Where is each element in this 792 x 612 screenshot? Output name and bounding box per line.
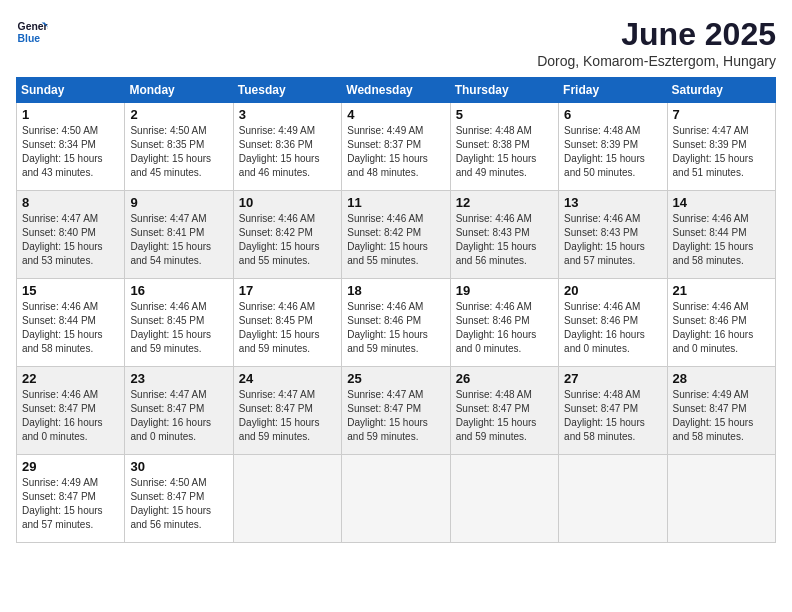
day-number: 1 — [22, 107, 119, 122]
day-number: 29 — [22, 459, 119, 474]
calendar-cell — [450, 455, 558, 543]
cell-text: Sunrise: 4:47 AM Sunset: 8:47 PM Dayligh… — [239, 388, 336, 444]
calendar-cell: 20Sunrise: 4:46 AM Sunset: 8:46 PM Dayli… — [559, 279, 667, 367]
cell-text: Sunrise: 4:48 AM Sunset: 8:47 PM Dayligh… — [456, 388, 553, 444]
calendar-cell: 11Sunrise: 4:46 AM Sunset: 8:42 PM Dayli… — [342, 191, 450, 279]
cell-text: Sunrise: 4:47 AM Sunset: 8:47 PM Dayligh… — [130, 388, 227, 444]
title-area: June 2025 Dorog, Komarom-Esztergom, Hung… — [537, 16, 776, 69]
cell-text: Sunrise: 4:46 AM Sunset: 8:44 PM Dayligh… — [22, 300, 119, 356]
day-number: 16 — [130, 283, 227, 298]
calendar-cell: 7Sunrise: 4:47 AM Sunset: 8:39 PM Daylig… — [667, 103, 775, 191]
logo-icon: General Blue — [16, 16, 48, 48]
col-sunday: Sunday — [17, 78, 125, 103]
day-number: 10 — [239, 195, 336, 210]
cell-text: Sunrise: 4:46 AM Sunset: 8:45 PM Dayligh… — [130, 300, 227, 356]
cell-text: Sunrise: 4:47 AM Sunset: 8:41 PM Dayligh… — [130, 212, 227, 268]
week-row-5: 29Sunrise: 4:49 AM Sunset: 8:47 PM Dayli… — [17, 455, 776, 543]
col-friday: Friday — [559, 78, 667, 103]
calendar-cell: 21Sunrise: 4:46 AM Sunset: 8:46 PM Dayli… — [667, 279, 775, 367]
calendar-title: June 2025 — [537, 16, 776, 53]
cell-text: Sunrise: 4:50 AM Sunset: 8:34 PM Dayligh… — [22, 124, 119, 180]
week-row-1: 1Sunrise: 4:50 AM Sunset: 8:34 PM Daylig… — [17, 103, 776, 191]
day-number: 23 — [130, 371, 227, 386]
calendar-cell: 6Sunrise: 4:48 AM Sunset: 8:39 PM Daylig… — [559, 103, 667, 191]
calendar-cell: 16Sunrise: 4:46 AM Sunset: 8:45 PM Dayli… — [125, 279, 233, 367]
week-row-4: 22Sunrise: 4:46 AM Sunset: 8:47 PM Dayli… — [17, 367, 776, 455]
cell-text: Sunrise: 4:50 AM Sunset: 8:47 PM Dayligh… — [130, 476, 227, 532]
calendar-cell: 13Sunrise: 4:46 AM Sunset: 8:43 PM Dayli… — [559, 191, 667, 279]
day-number: 5 — [456, 107, 553, 122]
day-number: 30 — [130, 459, 227, 474]
day-number: 25 — [347, 371, 444, 386]
cell-text: Sunrise: 4:46 AM Sunset: 8:47 PM Dayligh… — [22, 388, 119, 444]
day-number: 26 — [456, 371, 553, 386]
cell-text: Sunrise: 4:49 AM Sunset: 8:47 PM Dayligh… — [22, 476, 119, 532]
day-number: 21 — [673, 283, 770, 298]
calendar-cell: 12Sunrise: 4:46 AM Sunset: 8:43 PM Dayli… — [450, 191, 558, 279]
col-thursday: Thursday — [450, 78, 558, 103]
day-number: 17 — [239, 283, 336, 298]
calendar-cell: 8Sunrise: 4:47 AM Sunset: 8:40 PM Daylig… — [17, 191, 125, 279]
page-header: General Blue June 2025 Dorog, Komarom-Es… — [16, 16, 776, 69]
calendar-cell: 26Sunrise: 4:48 AM Sunset: 8:47 PM Dayli… — [450, 367, 558, 455]
day-number: 9 — [130, 195, 227, 210]
cell-text: Sunrise: 4:46 AM Sunset: 8:45 PM Dayligh… — [239, 300, 336, 356]
cell-text: Sunrise: 4:46 AM Sunset: 8:42 PM Dayligh… — [347, 212, 444, 268]
calendar-cell — [559, 455, 667, 543]
calendar-subtitle: Dorog, Komarom-Esztergom, Hungary — [537, 53, 776, 69]
calendar-cell: 15Sunrise: 4:46 AM Sunset: 8:44 PM Dayli… — [17, 279, 125, 367]
cell-text: Sunrise: 4:48 AM Sunset: 8:39 PM Dayligh… — [564, 124, 661, 180]
calendar-cell — [233, 455, 341, 543]
calendar-cell: 22Sunrise: 4:46 AM Sunset: 8:47 PM Dayli… — [17, 367, 125, 455]
day-number: 24 — [239, 371, 336, 386]
calendar-cell — [342, 455, 450, 543]
week-row-2: 8Sunrise: 4:47 AM Sunset: 8:40 PM Daylig… — [17, 191, 776, 279]
cell-text: Sunrise: 4:48 AM Sunset: 8:47 PM Dayligh… — [564, 388, 661, 444]
col-tuesday: Tuesday — [233, 78, 341, 103]
day-number: 4 — [347, 107, 444, 122]
cell-text: Sunrise: 4:46 AM Sunset: 8:43 PM Dayligh… — [456, 212, 553, 268]
cell-text: Sunrise: 4:46 AM Sunset: 8:43 PM Dayligh… — [564, 212, 661, 268]
day-number: 2 — [130, 107, 227, 122]
calendar-cell: 30Sunrise: 4:50 AM Sunset: 8:47 PM Dayli… — [125, 455, 233, 543]
cell-text: Sunrise: 4:50 AM Sunset: 8:35 PM Dayligh… — [130, 124, 227, 180]
col-saturday: Saturday — [667, 78, 775, 103]
cell-text: Sunrise: 4:49 AM Sunset: 8:36 PM Dayligh… — [239, 124, 336, 180]
calendar-cell: 1Sunrise: 4:50 AM Sunset: 8:34 PM Daylig… — [17, 103, 125, 191]
cell-text: Sunrise: 4:48 AM Sunset: 8:38 PM Dayligh… — [456, 124, 553, 180]
day-number: 28 — [673, 371, 770, 386]
day-number: 11 — [347, 195, 444, 210]
calendar-cell: 25Sunrise: 4:47 AM Sunset: 8:47 PM Dayli… — [342, 367, 450, 455]
day-number: 8 — [22, 195, 119, 210]
day-number: 27 — [564, 371, 661, 386]
calendar-cell: 19Sunrise: 4:46 AM Sunset: 8:46 PM Dayli… — [450, 279, 558, 367]
cell-text: Sunrise: 4:47 AM Sunset: 8:40 PM Dayligh… — [22, 212, 119, 268]
day-number: 6 — [564, 107, 661, 122]
calendar-cell: 27Sunrise: 4:48 AM Sunset: 8:47 PM Dayli… — [559, 367, 667, 455]
cell-text: Sunrise: 4:46 AM Sunset: 8:46 PM Dayligh… — [456, 300, 553, 356]
day-number: 22 — [22, 371, 119, 386]
day-number: 20 — [564, 283, 661, 298]
calendar-cell: 18Sunrise: 4:46 AM Sunset: 8:46 PM Dayli… — [342, 279, 450, 367]
day-number: 15 — [22, 283, 119, 298]
logo: General Blue — [16, 16, 48, 48]
calendar-cell: 9Sunrise: 4:47 AM Sunset: 8:41 PM Daylig… — [125, 191, 233, 279]
day-number: 18 — [347, 283, 444, 298]
cell-text: Sunrise: 4:46 AM Sunset: 8:46 PM Dayligh… — [564, 300, 661, 356]
header-row: Sunday Monday Tuesday Wednesday Thursday… — [17, 78, 776, 103]
col-monday: Monday — [125, 78, 233, 103]
calendar-table: Sunday Monday Tuesday Wednesday Thursday… — [16, 77, 776, 543]
day-number: 12 — [456, 195, 553, 210]
day-number: 19 — [456, 283, 553, 298]
cell-text: Sunrise: 4:46 AM Sunset: 8:44 PM Dayligh… — [673, 212, 770, 268]
day-number: 13 — [564, 195, 661, 210]
cell-text: Sunrise: 4:49 AM Sunset: 8:47 PM Dayligh… — [673, 388, 770, 444]
day-number: 7 — [673, 107, 770, 122]
calendar-cell: 4Sunrise: 4:49 AM Sunset: 8:37 PM Daylig… — [342, 103, 450, 191]
calendar-cell: 28Sunrise: 4:49 AM Sunset: 8:47 PM Dayli… — [667, 367, 775, 455]
cell-text: Sunrise: 4:46 AM Sunset: 8:46 PM Dayligh… — [673, 300, 770, 356]
day-number: 3 — [239, 107, 336, 122]
svg-text:Blue: Blue — [18, 33, 41, 44]
calendar-cell: 14Sunrise: 4:46 AM Sunset: 8:44 PM Dayli… — [667, 191, 775, 279]
cell-text: Sunrise: 4:46 AM Sunset: 8:42 PM Dayligh… — [239, 212, 336, 268]
